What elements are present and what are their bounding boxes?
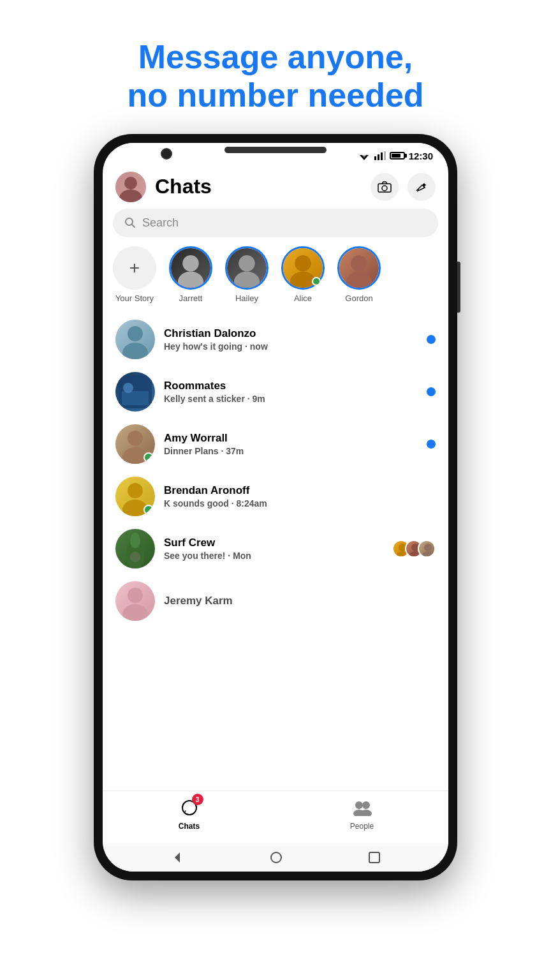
chat-info-roommates: Roommates Kelly sent a sticker · 9m [164, 380, 418, 404]
chat-name-christian: Christian Dalonzo [164, 327, 418, 340]
chat-item-christian-dalonzo[interactable]: Christian Dalonzo Hey how's it going · n… [103, 313, 448, 366]
chat-info-surf: Surf Crew See you there! · Mon [164, 537, 383, 561]
svg-point-14 [182, 255, 199, 272]
svg-rect-49 [369, 852, 379, 863]
chat-info-brendan: Brendan Aronoff K sounds good · 8:24am [164, 484, 436, 509]
self-avatar[interactable] [115, 172, 146, 202]
svg-point-17 [234, 271, 260, 288]
nav-people[interactable]: People [276, 796, 448, 831]
story-avatar-alice [281, 246, 325, 290]
chat-info-amy: Amy Worrall Dinner Plans · 37m [164, 432, 418, 456]
surf-avatar-3 [418, 540, 436, 558]
svg-line-13 [132, 225, 135, 228]
story-jarrett[interactable]: Jarrett [169, 246, 212, 303]
nav-chats[interactable]: 3 Chats [103, 796, 276, 831]
unread-dot-amy [427, 440, 436, 449]
chat-avatar-surf [115, 529, 155, 568]
svg-point-48 [271, 852, 281, 863]
svg-point-39 [422, 551, 434, 558]
story-label-your-story: Your Story [115, 293, 154, 303]
camera-button[interactable] [371, 173, 399, 201]
svg-point-41 [122, 604, 148, 621]
svg-rect-3 [374, 156, 376, 160]
home-button[interactable] [270, 851, 283, 864]
chat-avatar-jeremy [115, 581, 155, 621]
hero-line1: Message anyone, [127, 38, 423, 77]
svg-point-45 [362, 801, 370, 809]
svg-point-16 [239, 255, 255, 272]
svg-point-15 [178, 271, 203, 288]
search-bar[interactable]: Search [113, 209, 438, 237]
story-label-jarrett: Jarrett [179, 293, 203, 303]
chat-name-surf: Surf Crew [164, 537, 383, 549]
chat-item-amy-worrall[interactable]: Amy Worrall Dinner Plans · 37m [103, 418, 448, 470]
hero-line2: no number needed [127, 77, 423, 115]
chat-item-roommates[interactable]: Roommates Kelly sent a sticker · 9m [103, 366, 448, 418]
header: Chats [103, 165, 448, 209]
svg-point-26 [123, 383, 133, 393]
story-gordon[interactable]: Gordon [337, 246, 381, 303]
svg-point-38 [424, 544, 432, 551]
chat-preview-christian: Hey how's it going · now [164, 341, 418, 352]
story-avatar-gordon [337, 246, 381, 290]
chat-avatar-amy [115, 424, 155, 464]
system-nav-bar [103, 843, 448, 872]
search-placeholder: Search [142, 216, 179, 230]
chat-name-amy: Amy Worrall [164, 432, 418, 445]
amy-online-dot [143, 452, 154, 463]
phone-shell: 12:30 Chats [94, 134, 457, 880]
nav-people-icon-wrap [351, 796, 374, 819]
surf-group-avatars [392, 540, 436, 558]
svg-point-29 [128, 483, 143, 498]
story-label-hailey: Hailey [235, 293, 258, 303]
chat-preview-amy: Dinner Plans · 37m [164, 446, 418, 456]
svg-point-40 [128, 588, 143, 603]
svg-point-43 [355, 801, 363, 809]
svg-rect-4 [378, 154, 379, 160]
story-avatar-jarrett [169, 246, 212, 290]
edit-icon [416, 181, 427, 193]
hero-text: Message anyone, no number needed [101, 0, 449, 134]
story-label-gordon: Gordon [345, 293, 372, 303]
unread-dot-roommates [427, 387, 436, 396]
chat-info-christian: Christian Dalonzo Hey how's it going · n… [164, 327, 418, 352]
compose-button[interactable] [408, 173, 436, 201]
svg-point-20 [351, 255, 367, 272]
chat-item-jeremy[interactable]: Jeremy Karm [103, 575, 448, 627]
search-icon [124, 217, 136, 228]
battery-icon [390, 152, 405, 160]
stories-row: + Your Story Jar [103, 246, 448, 313]
phone-screen: 12:30 Chats [103, 143, 448, 872]
back-button[interactable] [171, 851, 184, 864]
phone-side-button [457, 262, 460, 313]
svg-point-21 [346, 271, 372, 288]
chat-avatar-brendan [115, 477, 155, 516]
story-your-story[interactable]: + Your Story [113, 246, 156, 303]
wifi-icon [358, 151, 371, 161]
story-hailey[interactable]: Hailey [225, 246, 268, 303]
svg-point-18 [295, 255, 311, 272]
chat-preview-surf: See you there! · Mon [164, 551, 383, 561]
phone-camera [161, 148, 172, 160]
chat-item-surf-crew[interactable]: Surf Crew See you there! · Mon [103, 523, 448, 575]
recents-button[interactable] [369, 852, 380, 863]
chats-badge: 3 [192, 794, 203, 805]
svg-rect-6 [384, 151, 386, 160]
chat-info-jeremy: Jeremy Karm [164, 595, 436, 607]
story-avatar-hailey [225, 246, 268, 290]
chat-name-roommates: Roommates [164, 380, 418, 392]
chat-item-brendan-aronoff[interactable]: Brendan Aronoff K sounds good · 8:24am [103, 470, 448, 523]
chat-avatar-christian [115, 320, 155, 359]
chat-list: Christian Dalonzo Hey how's it going · n… [103, 313, 448, 791]
svg-point-23 [122, 343, 148, 359]
svg-point-32 [130, 533, 140, 548]
svg-rect-5 [381, 152, 383, 160]
story-alice[interactable]: Alice [281, 246, 325, 303]
header-title: Chats [155, 175, 362, 198]
brendan-online-dot [143, 505, 154, 515]
chat-name-brendan: Brendan Aronoff [164, 484, 436, 497]
status-bar: 12:30 [103, 143, 448, 165]
status-icons: 12:30 [358, 151, 433, 161]
story-label-alice: Alice [294, 293, 312, 303]
chat-name-jeremy: Jeremy Karm [164, 595, 436, 607]
